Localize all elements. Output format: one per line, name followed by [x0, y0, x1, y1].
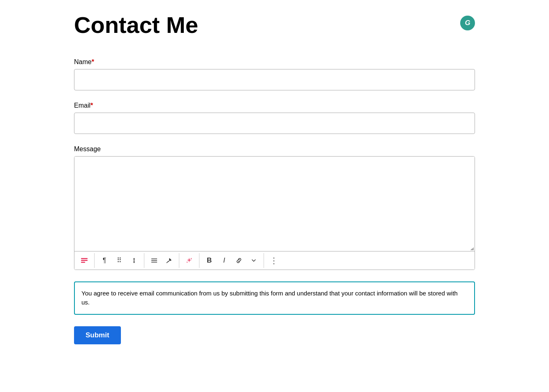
message-textarea-wrapper — [74, 157, 475, 251]
message-label: Message — [74, 145, 475, 153]
message-toolbar: ¶ ⠿ — [74, 251, 475, 270]
toolbar-italic-button[interactable]: I — [217, 253, 232, 268]
message-field-group: Message — [74, 145, 475, 270]
name-field-group: Name* — [74, 58, 475, 90]
svg-rect-1 — [81, 260, 88, 261]
toolbar-move-button[interactable] — [127, 253, 141, 268]
sparkle-icon — [185, 257, 193, 264]
chevron-down-icon — [251, 258, 257, 263]
svg-rect-0 — [81, 258, 88, 259]
disclaimer-box: You agree to receive email communication… — [74, 281, 475, 315]
toolbar-section-ai — [179, 253, 199, 268]
toolbar-drag-button[interactable]: ⠿ — [112, 253, 127, 268]
page-title: Contact Me — [74, 12, 198, 38]
toolbar-section-text: B I — [199, 253, 264, 268]
email-required-star: * — [90, 102, 93, 109]
message-textarea[interactable] — [74, 157, 475, 251]
header-row: Contact Me G — [74, 12, 475, 38]
italic-icon: I — [223, 256, 225, 265]
toolbar-grammarly-button[interactable] — [77, 253, 92, 268]
pin-icon — [165, 257, 173, 264]
email-label: Email* — [74, 102, 475, 109]
toolbar-chevron-button[interactable] — [246, 253, 261, 268]
toolbar-pin-button[interactable] — [162, 253, 176, 268]
bold-icon: B — [207, 256, 212, 265]
name-input[interactable] — [74, 69, 475, 90]
drag-icon: ⠿ — [117, 256, 122, 264]
submit-button[interactable]: Submit — [74, 326, 121, 344]
toolbar-bold-button[interactable]: B — [202, 253, 217, 268]
disclaimer-text: You agree to receive email communication… — [81, 289, 468, 307]
toolbar-section-align — [144, 253, 179, 268]
move-arrows-icon — [130, 257, 138, 264]
toolbar-align-button[interactable] — [147, 253, 162, 268]
svg-rect-2 — [81, 262, 85, 263]
more-icon: ⋮ — [270, 256, 278, 265]
paragraph-icon: ¶ — [103, 257, 107, 264]
email-field-group: Email* — [74, 102, 475, 134]
toolbar-more-button[interactable]: ⋮ — [266, 253, 281, 268]
message-container: ¶ ⠿ — [74, 156, 475, 270]
toolbar-section-format: ¶ ⠿ — [95, 253, 144, 268]
toolbar-paragraph-button[interactable]: ¶ — [97, 253, 112, 268]
align-icon — [151, 257, 158, 264]
toolbar-link-button[interactable] — [232, 253, 246, 268]
toolbar-section-grammarly — [74, 253, 95, 268]
link-icon — [235, 257, 243, 264]
grammarly-icon[interactable]: G — [460, 16, 475, 30]
svg-line-7 — [167, 261, 168, 263]
grammarly-label: G — [465, 19, 470, 27]
name-required-star: * — [92, 58, 94, 65]
name-label: Name* — [74, 58, 475, 66]
toolbar-sparkle-button[interactable] — [182, 253, 197, 268]
page-container: Contact Me G Name* Email* Message — [0, 8, 549, 361]
email-input[interactable] — [74, 113, 475, 134]
toolbar-section-more: ⋮ — [264, 253, 284, 268]
grammarly-toolbar-icon — [80, 256, 88, 265]
